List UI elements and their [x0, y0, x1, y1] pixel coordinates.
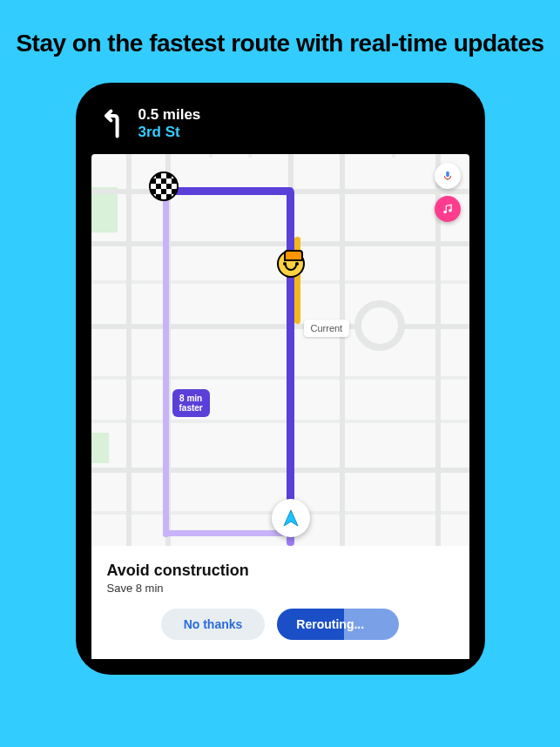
alternate-route-segment [163, 189, 169, 537]
current-route-label: Current [304, 320, 350, 337]
device-frame: 0.5 miles 3rd St Cur [76, 83, 485, 675]
construction-marker-icon[interactable] [277, 250, 305, 278]
svg-point-2 [443, 211, 446, 214]
music-note-icon [442, 203, 454, 215]
current-route-segment [287, 189, 294, 537]
alternate-route-segment [163, 530, 293, 536]
reroute-sheet: Avoid construction Save 8 min No thanks … [91, 546, 469, 659]
map-canvas[interactable]: Current 8 min faster [91, 154, 469, 546]
turn-distance: 0.5 miles [138, 106, 201, 124]
no-thanks-button[interactable]: No thanks [161, 609, 266, 640]
music-button[interactable] [435, 196, 461, 222]
turn-left-icon [98, 108, 130, 139]
marketing-headline: Stay on the fastest route with real-time… [16, 28, 543, 58]
sheet-subtitle: Save 8 min [107, 582, 454, 595]
sheet-title: Avoid construction [107, 562, 454, 580]
navigation-instruction-bar: 0.5 miles 3rd St [91, 98, 469, 154]
svg-point-3 [449, 209, 452, 212]
destination-flag-icon [149, 172, 179, 201]
current-route-segment [163, 187, 293, 195]
voice-search-button[interactable] [435, 163, 461, 189]
faster-route-bubble[interactable]: 8 min faster [172, 389, 210, 417]
roundabout [354, 300, 405, 351]
turn-street: 3rd St [138, 124, 201, 141]
svg-rect-0 [446, 172, 449, 177]
park-area [91, 433, 109, 463]
microphone-icon [442, 170, 454, 182]
rerouting-button[interactable]: Rerouting... [277, 609, 399, 640]
vehicle-cursor [272, 499, 310, 537]
navigation-arrow-icon [280, 508, 301, 528]
